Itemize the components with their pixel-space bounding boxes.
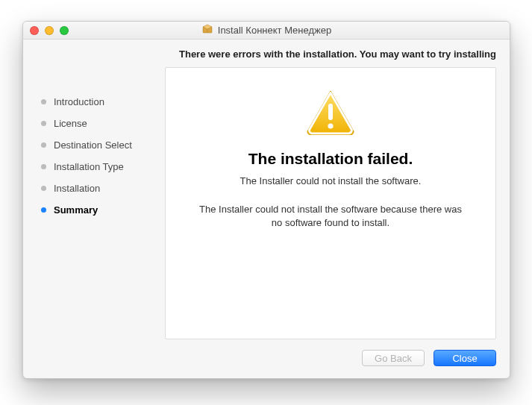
svg-point-4 [328,123,333,128]
titlebar: Install Коннект Менеджер [23,22,510,40]
package-icon [201,23,213,37]
step-dot-icon [41,186,46,191]
step-dot-icon [41,121,46,126]
installer-window: Install Коннект Менеджер There were erro… [22,21,510,379]
step-summary: Summary [37,199,165,221]
error-banner: There were errors with the installation.… [23,40,510,67]
step-list: Introduction License Destination Select … [37,91,165,221]
step-dot-icon [41,99,46,104]
window-controls [23,26,69,35]
step-label: License [54,118,87,129]
step-dot-icon [41,207,46,213]
step-dot-icon [41,164,46,169]
warning-icon [304,89,357,138]
go-back-button: Go Back [362,350,425,366]
step-label: Summary [54,204,98,216]
headline: The installation failed. [248,150,413,168]
close-window-button[interactable] [30,26,39,35]
step-label: Installation [54,183,100,194]
content-pane: The installation failed. The Installer c… [165,67,496,339]
close-button[interactable]: Close [434,350,496,366]
step-introduction: Introduction [37,91,165,113]
sidebar: Introduction License Destination Select … [37,67,165,339]
step-label: Destination Select [54,139,132,151]
zoom-window-button[interactable] [60,26,69,35]
footer: Go Back Close [23,339,510,378]
step-destination-select: Destination Select [37,134,165,156]
step-label: Installation Type [54,161,124,172]
step-label: Introduction [54,96,104,107]
step-dot-icon [41,142,46,148]
subline: The Installer could not install the soft… [240,175,422,186]
minimize-window-button[interactable] [45,26,54,35]
svg-rect-3 [328,104,333,120]
window-title-text: Install Коннект Менеджер [218,25,331,36]
window-title: Install Коннект Менеджер [23,23,510,37]
svg-rect-0 [203,27,212,33]
step-installation: Installation [37,178,165,199]
step-installation-type: Installation Type [37,156,165,178]
detail-text: The Installer could not install the soft… [196,203,465,229]
step-license: License [37,113,165,134]
svg-marker-1 [203,25,212,29]
body: Introduction License Destination Select … [23,67,510,339]
